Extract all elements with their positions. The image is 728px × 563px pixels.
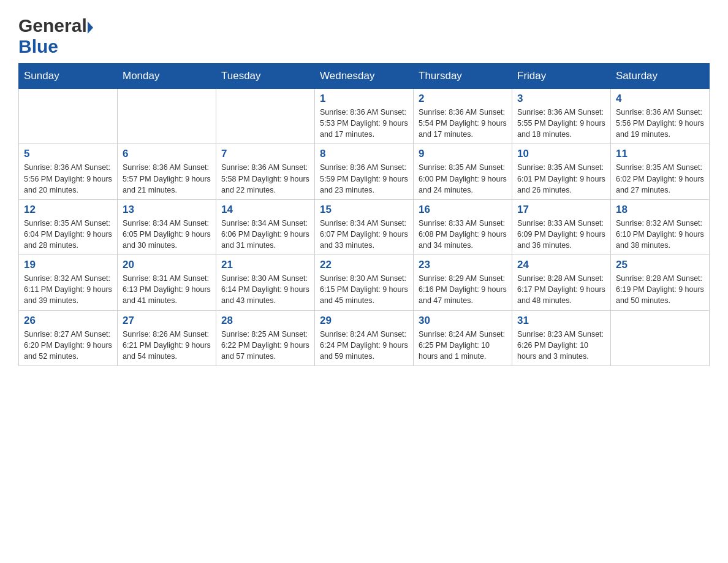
- calendar-cell: 12Sunrise: 8:35 AM Sunset: 6:04 PM Dayli…: [19, 199, 118, 255]
- calendar-cell: [19, 89, 118, 144]
- day-info: Sunrise: 8:26 AM Sunset: 6:21 PM Dayligh…: [123, 329, 211, 362]
- page-header: General Blue: [18, 12, 710, 57]
- day-number: 29: [320, 315, 408, 327]
- day-info: Sunrise: 8:36 AM Sunset: 5:58 PM Dayligh…: [221, 162, 309, 195]
- day-info: Sunrise: 8:23 AM Sunset: 6:26 PM Dayligh…: [517, 329, 605, 362]
- calendar-cell: 6Sunrise: 8:36 AM Sunset: 5:57 PM Daylig…: [118, 144, 216, 199]
- calendar-cell: 26Sunrise: 8:27 AM Sunset: 6:20 PM Dayli…: [19, 310, 118, 366]
- day-number: 20: [123, 259, 211, 271]
- day-info: Sunrise: 8:36 AM Sunset: 5:55 PM Dayligh…: [517, 107, 605, 140]
- header-day-tuesday: Tuesday: [216, 64, 315, 89]
- calendar-cell: 27Sunrise: 8:26 AM Sunset: 6:21 PM Dayli…: [118, 310, 216, 366]
- calendar-cell: 8Sunrise: 8:36 AM Sunset: 5:59 PM Daylig…: [315, 144, 414, 199]
- calendar-cell: 21Sunrise: 8:30 AM Sunset: 6:14 PM Dayli…: [216, 255, 315, 310]
- calendar-cell: 13Sunrise: 8:34 AM Sunset: 6:05 PM Dayli…: [118, 199, 216, 255]
- calendar-cell: 24Sunrise: 8:28 AM Sunset: 6:17 PM Dayli…: [512, 255, 611, 310]
- logo-general-text: General: [18, 15, 87, 36]
- calendar-cell: 4Sunrise: 8:36 AM Sunset: 5:56 PM Daylig…: [611, 89, 710, 144]
- day-number: 22: [320, 259, 408, 271]
- day-info: Sunrise: 8:34 AM Sunset: 6:06 PM Dayligh…: [221, 218, 309, 251]
- calendar-cell: 23Sunrise: 8:29 AM Sunset: 6:16 PM Dayli…: [414, 255, 512, 310]
- calendar-cell: [611, 310, 710, 366]
- day-info: Sunrise: 8:34 AM Sunset: 6:05 PM Dayligh…: [123, 218, 211, 251]
- day-number: 17: [517, 204, 605, 216]
- calendar-cell: 18Sunrise: 8:32 AM Sunset: 6:10 PM Dayli…: [611, 199, 710, 255]
- day-number: 18: [616, 204, 704, 216]
- calendar-header-row: SundayMondayTuesdayWednesdayThursdayFrid…: [19, 64, 710, 89]
- day-info: Sunrise: 8:35 AM Sunset: 6:02 PM Dayligh…: [616, 162, 704, 195]
- calendar-week-row: 5Sunrise: 8:36 AM Sunset: 5:56 PM Daylig…: [19, 144, 710, 199]
- calendar-cell: 15Sunrise: 8:34 AM Sunset: 6:07 PM Dayli…: [315, 199, 414, 255]
- calendar-cell: 7Sunrise: 8:36 AM Sunset: 5:58 PM Daylig…: [216, 144, 315, 199]
- day-number: 1: [320, 93, 408, 105]
- calendar-cell: 17Sunrise: 8:33 AM Sunset: 6:09 PM Dayli…: [512, 199, 611, 255]
- header-day-sunday: Sunday: [19, 64, 118, 89]
- header-day-wednesday: Wednesday: [315, 64, 414, 89]
- calendar-cell: [216, 89, 315, 144]
- day-info: Sunrise: 8:33 AM Sunset: 6:08 PM Dayligh…: [419, 218, 507, 251]
- calendar-cell: 16Sunrise: 8:33 AM Sunset: 6:08 PM Dayli…: [414, 199, 512, 255]
- calendar-table: SundayMondayTuesdayWednesdayThursdayFrid…: [18, 63, 710, 366]
- day-info: Sunrise: 8:35 AM Sunset: 6:00 PM Dayligh…: [419, 162, 507, 195]
- day-number: 5: [24, 148, 112, 160]
- day-info: Sunrise: 8:36 AM Sunset: 5:54 PM Dayligh…: [419, 107, 507, 140]
- logo-general-line: General: [18, 15, 93, 36]
- day-number: 4: [616, 93, 704, 105]
- calendar-week-row: 1Sunrise: 8:36 AM Sunset: 5:53 PM Daylig…: [19, 89, 710, 144]
- day-number: 21: [221, 259, 309, 271]
- day-info: Sunrise: 8:35 AM Sunset: 6:04 PM Dayligh…: [24, 218, 112, 251]
- day-number: 16: [419, 204, 507, 216]
- day-info: Sunrise: 8:28 AM Sunset: 6:19 PM Dayligh…: [616, 273, 704, 306]
- calendar-cell: 31Sunrise: 8:23 AM Sunset: 6:26 PM Dayli…: [512, 310, 611, 366]
- day-info: Sunrise: 8:35 AM Sunset: 6:01 PM Dayligh…: [517, 162, 605, 195]
- calendar-cell: 29Sunrise: 8:24 AM Sunset: 6:24 PM Dayli…: [315, 310, 414, 366]
- logo-blue-line: Blue: [18, 36, 58, 57]
- day-info: Sunrise: 8:27 AM Sunset: 6:20 PM Dayligh…: [24, 329, 112, 362]
- day-info: Sunrise: 8:24 AM Sunset: 6:24 PM Dayligh…: [320, 329, 408, 362]
- day-number: 2: [419, 93, 507, 105]
- day-number: 30: [419, 315, 507, 327]
- day-info: Sunrise: 8:36 AM Sunset: 5:56 PM Dayligh…: [616, 107, 704, 140]
- day-info: Sunrise: 8:30 AM Sunset: 6:15 PM Dayligh…: [320, 273, 408, 306]
- logo-blue-text: Blue: [18, 36, 58, 56]
- day-info: Sunrise: 8:25 AM Sunset: 6:22 PM Dayligh…: [221, 329, 309, 362]
- calendar-week-row: 12Sunrise: 8:35 AM Sunset: 6:04 PM Dayli…: [19, 199, 710, 255]
- day-info: Sunrise: 8:29 AM Sunset: 6:16 PM Dayligh…: [419, 273, 507, 306]
- day-number: 6: [123, 148, 211, 160]
- calendar-cell: 5Sunrise: 8:36 AM Sunset: 5:56 PM Daylig…: [19, 144, 118, 199]
- calendar-cell: 22Sunrise: 8:30 AM Sunset: 6:15 PM Dayli…: [315, 255, 414, 310]
- calendar-cell: 19Sunrise: 8:32 AM Sunset: 6:11 PM Dayli…: [19, 255, 118, 310]
- day-number: 7: [221, 148, 309, 160]
- day-info: Sunrise: 8:32 AM Sunset: 6:10 PM Dayligh…: [616, 218, 704, 251]
- header-day-friday: Friday: [512, 64, 611, 89]
- header-day-saturday: Saturday: [611, 64, 710, 89]
- day-number: 12: [24, 204, 112, 216]
- day-number: 31: [517, 315, 605, 327]
- day-info: Sunrise: 8:36 AM Sunset: 5:56 PM Dayligh…: [24, 162, 112, 195]
- day-number: 9: [419, 148, 507, 160]
- calendar-cell: 11Sunrise: 8:35 AM Sunset: 6:02 PM Dayli…: [611, 144, 710, 199]
- calendar-cell: 10Sunrise: 8:35 AM Sunset: 6:01 PM Dayli…: [512, 144, 611, 199]
- day-info: Sunrise: 8:33 AM Sunset: 6:09 PM Dayligh…: [517, 218, 605, 251]
- calendar-cell: 25Sunrise: 8:28 AM Sunset: 6:19 PM Dayli…: [611, 255, 710, 310]
- day-number: 13: [123, 204, 211, 216]
- calendar-cell: [118, 89, 216, 144]
- calendar-week-row: 26Sunrise: 8:27 AM Sunset: 6:20 PM Dayli…: [19, 310, 710, 366]
- day-info: Sunrise: 8:28 AM Sunset: 6:17 PM Dayligh…: [517, 273, 605, 306]
- calendar-week-row: 19Sunrise: 8:32 AM Sunset: 6:11 PM Dayli…: [19, 255, 710, 310]
- calendar-cell: 2Sunrise: 8:36 AM Sunset: 5:54 PM Daylig…: [414, 89, 512, 144]
- logo-triangle-icon: [88, 21, 93, 34]
- logo: General Blue: [18, 12, 93, 57]
- day-number: 8: [320, 148, 408, 160]
- day-number: 28: [221, 315, 309, 327]
- day-info: Sunrise: 8:32 AM Sunset: 6:11 PM Dayligh…: [24, 273, 112, 306]
- day-number: 10: [517, 148, 605, 160]
- day-number: 27: [123, 315, 211, 327]
- day-info: Sunrise: 8:34 AM Sunset: 6:07 PM Dayligh…: [320, 218, 408, 251]
- header-day-thursday: Thursday: [414, 64, 512, 89]
- calendar-cell: 30Sunrise: 8:24 AM Sunset: 6:25 PM Dayli…: [414, 310, 512, 366]
- day-number: 19: [24, 259, 112, 271]
- day-info: Sunrise: 8:24 AM Sunset: 6:25 PM Dayligh…: [419, 329, 507, 362]
- day-number: 11: [616, 148, 704, 160]
- day-info: Sunrise: 8:36 AM Sunset: 5:57 PM Dayligh…: [123, 162, 211, 195]
